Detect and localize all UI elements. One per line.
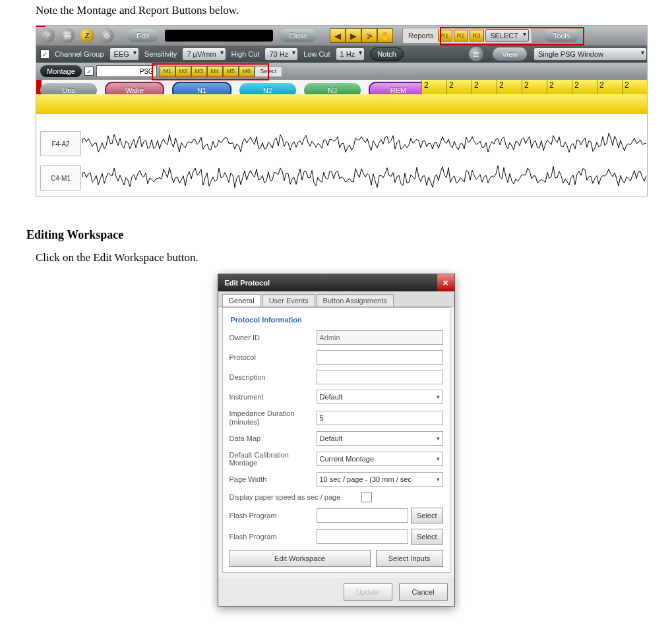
- low-cut-label: Low Cut: [303, 50, 330, 58]
- name-field[interactable]: [165, 30, 273, 42]
- report-select[interactable]: SELECT: [485, 29, 529, 42]
- dialog-tabs: General User Events Button Assignments: [218, 291, 454, 307]
- montage-bar: Montage ✓ PSG M1 M2 M3 M4 M5 M6 Select: [36, 63, 647, 80]
- owner-id-field: Admin: [317, 330, 443, 345]
- cal-montage-select[interactable]: Current Montage: [317, 452, 443, 466]
- montage-m1[interactable]: M1: [160, 66, 175, 77]
- eeg-area: F4-A2 C4-M1: [36, 114, 647, 196]
- pulse-icon[interactable]: 𝍤: [60, 28, 75, 43]
- channel-group-label: Channel Group: [55, 50, 104, 58]
- flash-program-2-select[interactable]: Select: [411, 529, 443, 545]
- montage-presets: M1 M2 M3 M4 M5 M6 Select: [160, 66, 282, 77]
- owner-id-label: Owner ID: [229, 334, 317, 341]
- montage-m2[interactable]: M2: [175, 66, 191, 77]
- impedance-label: Impedance Duration (minutes): [229, 409, 317, 426]
- sensitivity-label: Sensitivity: [144, 50, 177, 58]
- epoch-cell[interactable]: 2: [547, 80, 572, 94]
- channel-group-checkbox[interactable]: ✓: [40, 49, 49, 59]
- help-icon[interactable]: ?: [40, 28, 55, 43]
- description-label: Description: [229, 373, 317, 381]
- report-r1[interactable]: R1: [438, 30, 452, 42]
- reports-group: Reports R1 R2 R3 SELECT: [402, 28, 532, 44]
- screenshot-toolbar: ? 𝍤 Z ⚙ Edit Close ◀ ▶ ≯ ✋ Reports R1 R2…: [36, 25, 648, 196]
- page-width-select[interactable]: 10 sec / page - (30 mm / sec: [317, 472, 443, 487]
- montage-select[interactable]: Select: [255, 66, 282, 77]
- epoch-cell[interactable]: 2: [522, 80, 547, 94]
- tools-button[interactable]: Tools: [544, 29, 580, 42]
- next-icon[interactable]: ▶: [346, 28, 361, 43]
- impedance-field[interactable]: 5: [317, 411, 443, 425]
- channel-group-select[interactable]: EEG: [109, 47, 139, 61]
- montage-m3[interactable]: M3: [191, 66, 207, 77]
- dialog-footer: Update Cancel: [218, 578, 454, 606]
- protocol-field[interactable]: [317, 350, 443, 365]
- body-editing-workspace: Click on the Edit Workspace button.: [36, 251, 646, 264]
- intro-text: Note the Montage and Report Buttons belo…: [36, 4, 646, 17]
- montage-checkbox[interactable]: ✓: [84, 67, 94, 76]
- close-button[interactable]: Close: [280, 29, 317, 42]
- grid-icon[interactable]: 𝌆: [469, 47, 483, 61]
- dialog-titlebar: Edit Protocol ✕: [218, 274, 454, 291]
- montage-m6[interactable]: M6: [239, 66, 255, 77]
- montage-m4[interactable]: M4: [207, 66, 223, 77]
- flash-program-1-field[interactable]: [317, 508, 408, 523]
- data-map-label: Data Map: [229, 434, 317, 442]
- flash-program-1-label: Flash Program: [229, 512, 317, 519]
- description-field[interactable]: [317, 370, 443, 384]
- filter-bar: ✓ Channel Group EEG Sensitivity 7 µV/mm …: [36, 45, 647, 63]
- high-cut-select[interactable]: 70 Hz: [264, 47, 298, 61]
- dialog-title: Edit Protocol: [225, 279, 270, 287]
- epoch-cell[interactable]: 2: [572, 80, 597, 94]
- edit-workspace-button[interactable]: Edit Workspace: [229, 550, 371, 567]
- edit-protocol-dialog: Edit Protocol ✕ General User Events Butt…: [218, 274, 455, 607]
- protocol-label: Protocol: [229, 353, 317, 361]
- sensitivity-select[interactable]: 7 µV/mm: [182, 47, 226, 61]
- view-select[interactable]: Single PSG Window: [534, 47, 647, 61]
- high-cut-label: High Cut: [231, 50, 260, 58]
- report-r3[interactable]: R3: [470, 30, 484, 42]
- montage-label: Montage: [40, 65, 82, 77]
- select-inputs-button[interactable]: Select Inputs: [376, 550, 443, 567]
- z-icon[interactable]: Z: [80, 28, 94, 43]
- heading-editing-workspace: Editing Workspace: [26, 228, 646, 242]
- flash-program-1-select[interactable]: Select: [411, 508, 443, 523]
- top-bar: ? 𝍤 Z ⚙ Edit Close ◀ ▶ ≯ ✋ Reports R1 R2…: [36, 26, 647, 45]
- cancel-button[interactable]: Cancel: [399, 583, 448, 601]
- report-r2[interactable]: R2: [454, 30, 468, 42]
- paper-speed-checkbox[interactable]: [361, 492, 372, 502]
- epoch-cell[interactable]: 2: [497, 80, 522, 94]
- reports-label: Reports: [404, 32, 438, 40]
- montage-field[interactable]: PSG: [96, 65, 157, 77]
- notch-button[interactable]: Notch: [370, 47, 404, 61]
- split-icon[interactable]: ≯: [361, 28, 377, 43]
- page-width-label: Page Width: [229, 475, 317, 483]
- flash-program-2-field[interactable]: [317, 529, 408, 544]
- epoch-cell[interactable]: 2: [597, 80, 622, 94]
- nav-pad[interactable]: ◀ ▶ ≯ ✋: [330, 28, 393, 43]
- low-cut-select[interactable]: 1 Hz: [336, 47, 365, 61]
- dialog-panel: Protocol Information Owner ID Admin Prot…: [222, 307, 450, 573]
- epoch-strip: 222222222: [421, 80, 647, 94]
- tab-user-events[interactable]: User Events: [262, 294, 315, 307]
- epoch-cell[interactable]: 2: [622, 80, 647, 94]
- section-label: Protocol Information: [231, 316, 443, 324]
- epoch-cell[interactable]: 2: [446, 80, 472, 94]
- edit-button[interactable]: Edit: [127, 29, 158, 42]
- cal-montage-label: Default Calibration Montage: [229, 451, 317, 467]
- instrument-select[interactable]: Default: [317, 390, 443, 404]
- montage-m5[interactable]: M5: [223, 66, 239, 77]
- prev-icon[interactable]: ◀: [330, 28, 346, 43]
- epoch-cell[interactable]: 2: [472, 80, 497, 94]
- tab-general[interactable]: General: [222, 294, 261, 307]
- update-button[interactable]: Update: [344, 583, 392, 601]
- flash-program-2-label: Flash Program: [229, 533, 317, 541]
- instrument-label: Instrument: [229, 393, 317, 401]
- epoch-cell[interactable]: 2: [421, 80, 446, 94]
- view-button[interactable]: View: [493, 47, 527, 61]
- misc-icon[interactable]: ⚙: [100, 28, 114, 43]
- close-icon[interactable]: ✕: [437, 274, 454, 291]
- paper-speed-label: Display paper speed as sec / page: [229, 493, 361, 501]
- tab-button-assignments[interactable]: Button Assignments: [317, 294, 394, 307]
- data-map-select[interactable]: Default: [317, 431, 443, 446]
- hand-icon[interactable]: ✋: [377, 28, 393, 43]
